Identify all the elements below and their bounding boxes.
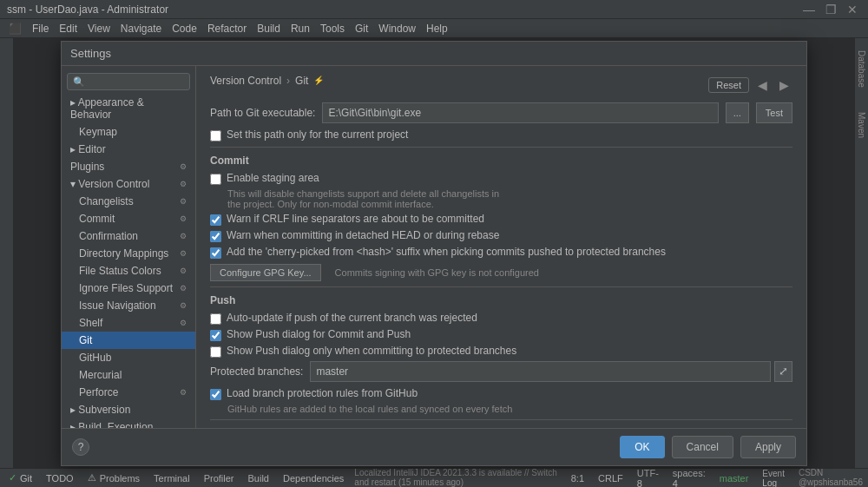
- push-section-title: Push: [210, 294, 792, 306]
- nav-file-status-colors[interactable]: File Status Colors⚙: [62, 262, 195, 280]
- divider-1: [210, 147, 792, 148]
- statusbar-todo[interactable]: TODO: [43, 473, 77, 484]
- cancel-button[interactable]: Cancel: [672, 436, 733, 458]
- staging-area-label: Enable staging area: [227, 172, 319, 184]
- line-col-indicator[interactable]: 8:1: [568, 468, 588, 488]
- help-button[interactable]: ?: [72, 438, 89, 456]
- git-path-row: Path to Git executable: ... Test: [210, 102, 792, 123]
- test-button[interactable]: Test: [756, 102, 792, 123]
- cherry-pick-checkbox[interactable]: [210, 247, 221, 259]
- git-path-input[interactable]: [322, 102, 718, 123]
- nav-github[interactable]: GitHub: [62, 349, 195, 366]
- minimize-button[interactable]: —: [799, 3, 819, 16]
- menu-navigate[interactable]: Navigate: [115, 21, 167, 36]
- right-tab-maven[interactable]: Maven: [855, 109, 868, 141]
- warn-crlf-row: Warn if CRLF line separators are about t…: [210, 213, 792, 226]
- expand-protected-button[interactable]: ⤢: [774, 361, 792, 382]
- nav-issue-navigation[interactable]: Issue Navigation⚙: [62, 297, 195, 314]
- menu-tools[interactable]: Tools: [315, 21, 350, 36]
- nav-keymap[interactable]: Keymap: [62, 123, 195, 141]
- nav-editor[interactable]: ▸ Editor: [62, 141, 195, 158]
- gpg-row: Configure GPG Key... Commits signing wit…: [210, 264, 792, 281]
- statusbar-dependencies[interactable]: Dependencies: [279, 473, 347, 484]
- menu-refactor[interactable]: Refactor: [202, 21, 252, 36]
- close-button[interactable]: ✕: [844, 3, 861, 16]
- nav-confirmation[interactable]: Confirmation⚙: [62, 227, 195, 245]
- statusbar-build[interactable]: Build: [245, 473, 273, 484]
- set-path-label: Set this path only for the current proje…: [227, 128, 408, 141]
- warn-detached-row: Warn when committing in detached HEAD or…: [210, 229, 792, 242]
- menu-view[interactable]: View: [82, 21, 115, 36]
- menu-edit[interactable]: Edit: [54, 21, 82, 36]
- settings-title-text: Settings: [70, 47, 111, 60]
- cherry-pick-row: Add the 'cherry-picked from <hash>' suff…: [210, 246, 792, 259]
- settings-dialog: Settings ▸ Appearance: [61, 41, 807, 466]
- protected-branches-input[interactable]: [310, 361, 771, 382]
- staging-area-checkbox[interactable]: [210, 174, 221, 185]
- browse-button[interactable]: ...: [726, 102, 749, 123]
- event-log-indicator[interactable]: Event Log: [759, 468, 792, 488]
- crlf-indicator[interactable]: CRLF: [595, 468, 627, 488]
- set-path-checkbox[interactable]: [210, 130, 221, 141]
- menu-build[interactable]: Build: [252, 21, 286, 36]
- right-tab-database[interactable]: Database: [855, 47, 868, 91]
- nav-forward-button[interactable]: ▶: [776, 76, 792, 94]
- settings-search-input[interactable]: [67, 73, 190, 90]
- utf8-indicator[interactable]: UTF-8: [634, 468, 662, 488]
- statusbar-terminal[interactable]: Terminal: [150, 473, 194, 484]
- spaces-indicator[interactable]: spaces: 4: [669, 468, 709, 488]
- warn-crlf-label: Warn if CRLF line separators are about t…: [227, 213, 484, 225]
- nav-appearance[interactable]: ▸ Appearance & Behavior: [62, 94, 195, 123]
- nav-changelists[interactable]: Changelists⚙: [62, 193, 195, 210]
- nav-shelf[interactable]: Shelf⚙: [62, 314, 195, 332]
- watermark: CSDN @wpshisanba56: [799, 468, 863, 488]
- terminal-label: Terminal: [154, 473, 190, 484]
- menu-window[interactable]: Window: [373, 21, 421, 36]
- nav-plugins[interactable]: Plugins ⚙: [62, 158, 195, 175]
- cherry-pick-label: Add the 'cherry-picked from <hash>' suff…: [227, 246, 666, 258]
- nav-ignore-files[interactable]: Ignore Files Support⚙: [62, 280, 195, 297]
- auto-update-checkbox[interactable]: [210, 313, 221, 325]
- statusbar-profiler[interactable]: Profiler: [201, 473, 238, 484]
- maximize-button[interactable]: ❐: [822, 3, 840, 16]
- menu-file[interactable]: File: [27, 21, 54, 36]
- warn-detached-checkbox[interactable]: [210, 231, 221, 242]
- nav-build-execution[interactable]: ▸ Build, Execution, Deployment: [62, 418, 195, 428]
- nav-back-button[interactable]: ◀: [754, 76, 771, 94]
- menu-help[interactable]: Help: [421, 21, 453, 36]
- dependencies-label: Dependencies: [283, 473, 344, 484]
- load-protection-checkbox[interactable]: [210, 389, 221, 400]
- app-icon: ⬛: [3, 21, 27, 36]
- statusbar-git[interactable]: ✓ Git: [5, 472, 36, 484]
- statusbar-problems[interactable]: ⚠ Problems: [84, 472, 143, 484]
- breadcrumb-git: Git: [295, 75, 308, 87]
- nav-version-control[interactable]: ▾ Version Control ⚙: [62, 175, 195, 193]
- notification-text: Localized IntelliJ IDEA 2021.3.3 is avai…: [354, 468, 560, 488]
- menubar: ⬛ File Edit View Navigate Code Refactor …: [0, 19, 868, 38]
- protected-branches-input-container: ⤢: [310, 361, 792, 382]
- ok-button[interactable]: OK: [620, 436, 664, 458]
- show-push-protected-checkbox[interactable]: [210, 346, 221, 358]
- nav-commit[interactable]: Commit⚙: [62, 210, 195, 227]
- titlebar: ssm - UserDao.java - Administrator — ❐ ✕: [0, 0, 868, 19]
- menu-git[interactable]: Git: [350, 21, 373, 36]
- titlebar-controls: — ❐ ✕: [799, 3, 861, 16]
- nav-mercurial[interactable]: Mercurial: [62, 366, 195, 384]
- menu-run[interactable]: Run: [286, 21, 315, 36]
- todo-label: TODO: [46, 473, 74, 484]
- reset-button[interactable]: Reset: [708, 77, 749, 93]
- nav-perforce[interactable]: Perforce⚙: [62, 384, 195, 401]
- nav-directory-mappings[interactable]: Directory Mappings⚙: [62, 245, 195, 262]
- menu-code[interactable]: Code: [167, 21, 202, 36]
- breadcrumb-icon: ⚡: [313, 76, 324, 85]
- show-push-protected-label: Show Push dialog only when committing to…: [227, 345, 516, 357]
- git-label: Git: [20, 473, 32, 484]
- branch-indicator[interactable]: master: [716, 468, 753, 488]
- warn-crlf-checkbox[interactable]: [210, 214, 221, 226]
- configure-gpg-button[interactable]: Configure GPG Key...: [210, 264, 321, 281]
- breadcrumb-vc: Version Control: [210, 75, 281, 87]
- nav-git[interactable]: Git: [62, 332, 195, 349]
- apply-button[interactable]: Apply: [740, 436, 796, 458]
- nav-subversion[interactable]: ▸ Subversion: [62, 401, 195, 418]
- show-push-dialog-checkbox[interactable]: [210, 330, 221, 341]
